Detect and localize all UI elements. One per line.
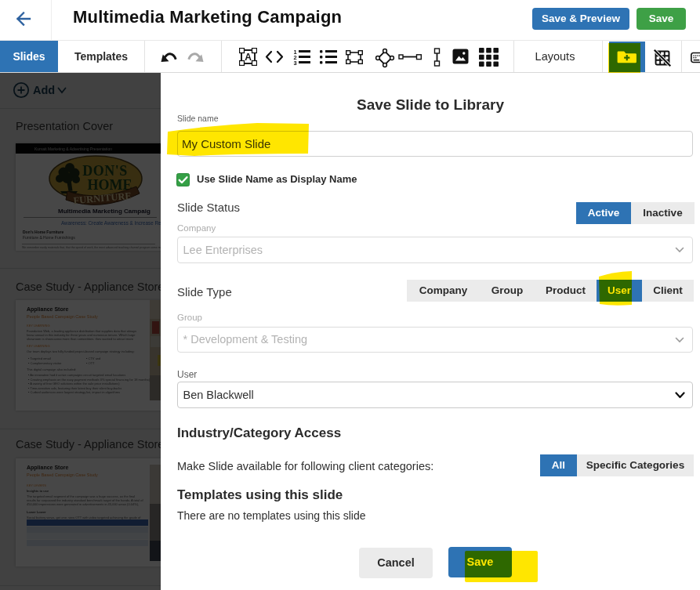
svg-text:3: 3 <box>294 60 297 66</box>
svg-text:A: A <box>245 52 252 63</box>
